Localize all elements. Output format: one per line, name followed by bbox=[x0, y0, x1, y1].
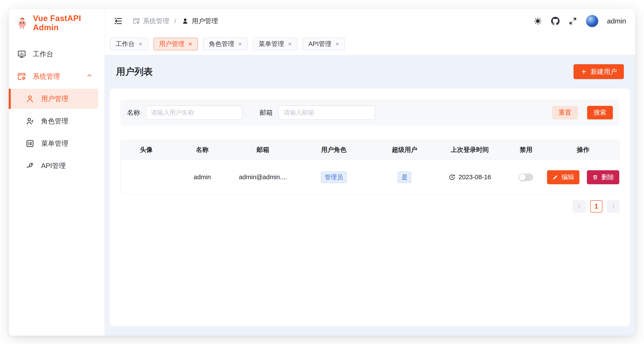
close-icon[interactable]: × bbox=[238, 41, 242, 47]
pencil-icon bbox=[552, 174, 558, 180]
create-user-button[interactable]: 新建用户 bbox=[574, 64, 624, 79]
breadcrumb: 系统管理 / 用户管理 bbox=[133, 17, 218, 26]
sidebar: Vue FastAPI Admin 工作台 bbox=[9, 9, 105, 336]
plus-icon bbox=[580, 68, 587, 75]
last-login-cell: 2023-08-16 bbox=[434, 174, 505, 181]
column-header-role: 用户角色 bbox=[293, 146, 374, 154]
trash-icon bbox=[592, 174, 598, 180]
role-tag: 管理员 bbox=[321, 172, 347, 183]
menu-list-icon bbox=[26, 139, 34, 148]
email-filter-label: 邮箱 bbox=[260, 108, 273, 117]
name-filter-label: 名称 bbox=[127, 108, 140, 117]
user-avatar[interactable] bbox=[586, 15, 598, 27]
app-window: Vue FastAPI Admin 工作台 bbox=[9, 9, 635, 336]
disabled-toggle[interactable] bbox=[519, 174, 533, 181]
delete-button[interactable]: 删除 bbox=[587, 170, 619, 184]
app-title: Vue FastAPI Admin bbox=[33, 14, 104, 32]
table-row: admin admin@admin.... 管理员 是 bbox=[120, 160, 619, 194]
fullscreen-icon[interactable] bbox=[568, 17, 577, 26]
main-area: 系统管理 / 用户管理 bbox=[105, 9, 635, 336]
username-label[interactable]: admin bbox=[607, 17, 626, 25]
sidebar-item-label: 工作台 bbox=[33, 50, 53, 59]
name-cell: admin bbox=[172, 174, 233, 181]
header-actions: admin bbox=[534, 15, 626, 27]
github-icon[interactable] bbox=[551, 17, 560, 26]
column-header-last-login: 上次登录时间 bbox=[434, 146, 505, 154]
monitor-icon bbox=[17, 50, 26, 59]
chevron-left-icon bbox=[576, 204, 582, 209]
user-icon bbox=[26, 94, 34, 103]
tab-bar: 工作台 × 用户管理 × 角色管理 × 菜单管理 × API管理 × bbox=[105, 33, 635, 55]
close-icon[interactable]: × bbox=[188, 41, 192, 47]
sidebar-item-api[interactable]: API管理 bbox=[9, 156, 98, 176]
table-header-row: 头像 名称 邮箱 用户角色 超级用户 上次登录时间 禁用 操作 bbox=[120, 140, 619, 160]
chevron-right-icon bbox=[610, 204, 616, 209]
breadcrumb-separator: / bbox=[174, 18, 176, 25]
name-filter-input[interactable] bbox=[146, 105, 242, 120]
tab-workbench[interactable]: 工作台 × bbox=[110, 38, 148, 50]
sidebar-item-label: 菜单管理 bbox=[41, 139, 68, 148]
sidebar-item-roles[interactable]: 角色管理 bbox=[9, 111, 98, 131]
email-cell: admin@admin.... bbox=[233, 174, 293, 181]
tab-roles[interactable]: 角色管理 × bbox=[203, 38, 248, 50]
reset-button[interactable]: 重置 bbox=[552, 106, 578, 119]
window-gear-icon bbox=[17, 72, 26, 81]
sidebar-item-users[interactable]: 用户管理 bbox=[9, 89, 98, 109]
edit-button[interactable]: 编辑 bbox=[547, 170, 580, 184]
column-header-avatar: 头像 bbox=[120, 146, 172, 154]
tab-menus[interactable]: 菜单管理 × bbox=[253, 38, 298, 50]
superuser-tag: 是 bbox=[398, 172, 411, 183]
email-filter-input[interactable] bbox=[278, 105, 375, 120]
sidebar-item-label: 用户管理 bbox=[41, 94, 68, 103]
sidebar-item-menus[interactable]: 菜单管理 bbox=[9, 133, 98, 154]
sidebar-item-workbench[interactable]: 工作台 bbox=[9, 44, 98, 64]
column-header-email: 邮箱 bbox=[233, 146, 293, 154]
sidebar-item-label: 系统管理 bbox=[33, 72, 60, 81]
close-icon[interactable]: × bbox=[288, 41, 292, 47]
chevron-up-icon[interactable] bbox=[86, 72, 92, 81]
screenshot-root: Vue FastAPI Admin 工作台 bbox=[0, 0, 644, 344]
users-table: 头像 名称 邮箱 用户角色 超级用户 上次登录时间 禁用 操作 admin bbox=[120, 140, 620, 195]
close-icon[interactable]: × bbox=[335, 41, 339, 47]
breadcrumb-item-system[interactable]: 系统管理 bbox=[133, 17, 169, 26]
page-header: 用户列表 新建用户 bbox=[110, 55, 630, 89]
breadcrumb-item-users[interactable]: 用户管理 bbox=[182, 17, 218, 26]
window-gear-icon bbox=[133, 17, 140, 25]
close-icon[interactable]: × bbox=[138, 41, 142, 47]
column-header-actions: 操作 bbox=[547, 146, 619, 154]
content-card: 名称 邮箱 重置 搜索 头像 bbox=[110, 89, 630, 326]
pagination-page-1[interactable]: 1 bbox=[590, 200, 602, 213]
tab-users[interactable]: 用户管理 × bbox=[154, 38, 198, 50]
plug-icon bbox=[26, 161, 34, 170]
sidebar-collapse-icon[interactable] bbox=[114, 17, 122, 26]
column-header-disabled: 禁用 bbox=[505, 146, 547, 154]
chicken-logo-icon bbox=[16, 17, 28, 29]
top-header: 系统管理 / 用户管理 bbox=[105, 9, 635, 33]
page-title: 用户列表 bbox=[116, 66, 153, 78]
sidebar-item-label: API管理 bbox=[41, 161, 66, 170]
app-logo[interactable]: Vue FastAPI Admin bbox=[9, 9, 104, 37]
pagination-prev-button[interactable] bbox=[573, 200, 585, 213]
page-content: 用户列表 新建用户 名称 邮箱 bbox=[105, 55, 635, 336]
clock-history-icon bbox=[448, 174, 456, 181]
user-icon bbox=[182, 17, 189, 25]
sidebar-menu: 工作台 系统管理 bbox=[9, 37, 104, 177]
column-header-superuser: 超级用户 bbox=[374, 146, 434, 154]
pagination: 1 bbox=[120, 200, 620, 213]
filter-panel: 名称 邮箱 重置 搜索 bbox=[120, 100, 620, 126]
search-button[interactable]: 搜索 bbox=[587, 106, 613, 119]
tab-api[interactable]: API管理 × bbox=[303, 38, 345, 50]
theme-toggle-sun-icon[interactable] bbox=[534, 17, 542, 26]
user-role-icon bbox=[26, 117, 34, 126]
column-header-name: 名称 bbox=[172, 146, 233, 154]
pagination-next-button[interactable] bbox=[607, 200, 620, 213]
sidebar-item-label: 角色管理 bbox=[41, 117, 68, 126]
sidebar-item-system[interactable]: 系统管理 bbox=[9, 66, 98, 87]
